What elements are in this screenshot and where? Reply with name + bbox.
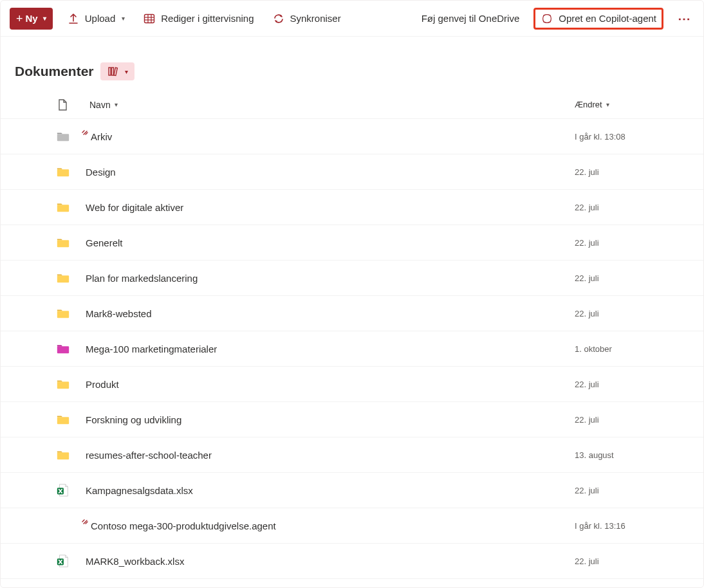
new-indicator-icon	[82, 129, 88, 135]
new-indicator-icon	[82, 518, 88, 524]
list-row[interactable]: resumes-after-school-teacher 13. august	[1, 437, 703, 473]
item-modified: 22. juli	[575, 415, 703, 425]
folder-icon	[56, 448, 70, 462]
list-row[interactable]: Mega-100 marketingmaterialer 1. oktober	[1, 331, 703, 367]
grid-icon	[143, 12, 156, 25]
list-column-headers: Navn ▾ Ændret ▾	[1, 91, 703, 119]
item-modified: 22. juli	[575, 556, 703, 566]
list-row[interactable]: Forskning og udvikling 22. juli	[1, 402, 703, 437]
new-button[interactable]: + Ny ▾	[10, 8, 53, 30]
column-header-modified[interactable]: Ændret ▾	[575, 100, 703, 109]
column-header-name-label: Navn	[89, 100, 111, 110]
list-row[interactable]: Plan for markedslancering 22. juli	[1, 261, 703, 296]
folder-icon	[56, 377, 70, 391]
item-name-link[interactable]: MARK8_workback.xlsx	[86, 556, 184, 567]
plus-icon: +	[16, 13, 23, 24]
add-onedrive-shortcut-button[interactable]: Føj genvej til OneDrive	[418, 9, 524, 28]
column-header-modified-label: Ændret	[575, 100, 602, 109]
list-row[interactable]: Contoso mega-300-produktudgivelse.agent …	[1, 508, 703, 544]
item-modified: 13. august	[575, 450, 703, 460]
chevron-down-icon: ▾	[125, 68, 128, 75]
item-modified: I går kl. 13:16	[575, 521, 703, 531]
excel-file-icon	[56, 554, 70, 568]
item-modified: 22. juli	[575, 273, 703, 283]
item-name-link[interactable]: Produkt	[86, 379, 119, 390]
column-header-type[interactable]	[56, 98, 80, 111]
folder-icon	[56, 306, 70, 320]
sync-icon	[272, 12, 285, 25]
svg-rect-7	[113, 68, 116, 75]
upload-label: Upload	[85, 13, 116, 24]
list-row[interactable]: Arkiv I går kl. 13:08	[1, 119, 703, 154]
folder-icon	[56, 165, 70, 179]
item-name-link[interactable]: Kampagnesalgsdata.xlsx	[86, 485, 193, 496]
sync-label: Synkroniser	[290, 13, 341, 24]
item-name-link[interactable]: Mark8-websted	[86, 308, 152, 319]
folder-icon	[56, 235, 70, 250]
svg-rect-5	[109, 68, 111, 75]
edit-grid-label: Rediger i gittervisning	[161, 13, 254, 24]
item-name-link[interactable]: Generelt	[86, 237, 123, 248]
item-name-link[interactable]: Mega-100 marketingmaterialer	[86, 344, 217, 354]
list-row[interactable]: MARK8_workback.xlsx 22. juli	[1, 544, 703, 579]
folder-icon	[56, 342, 70, 356]
upload-icon	[67, 12, 80, 25]
item-name-link[interactable]: Web for digitale aktiver	[86, 202, 183, 213]
svg-rect-6	[111, 68, 113, 75]
chevron-down-icon: ▾	[115, 101, 118, 108]
svg-rect-0	[145, 14, 154, 23]
create-copilot-agent-label: Opret en Copilot-agent	[559, 13, 656, 24]
list-row[interactable]: Produkt 22. juli	[1, 367, 703, 402]
item-modified: I går kl. 13:08	[575, 132, 703, 142]
item-name-link[interactable]: Contoso mega-300-produktudgivelse.agent	[91, 520, 276, 531]
new-button-label: Ny	[26, 13, 38, 24]
file-icon	[56, 98, 69, 111]
copilot-icon	[541, 12, 553, 25]
item-modified: 22. juli	[575, 486, 703, 495]
edit-grid-button[interactable]: Rediger i gittervisning	[139, 8, 257, 29]
item-modified: 22. juli	[575, 309, 703, 318]
chevron-down-icon: ▾	[43, 15, 46, 22]
folder-icon	[56, 412, 70, 427]
create-copilot-agent-button[interactable]: Opret en Copilot-agent	[533, 8, 663, 30]
add-shortcut-label: Føj genvej til OneDrive	[421, 13, 520, 24]
item-modified: 22. juli	[575, 203, 703, 212]
chevron-down-icon: ▾	[606, 101, 609, 108]
list-row[interactable]: Mark8-websted 22. juli	[1, 296, 703, 331]
more-commands-button[interactable]: ⋯	[674, 8, 694, 29]
column-header-name[interactable]: Navn ▾	[80, 100, 575, 110]
books-icon	[107, 65, 120, 78]
folder-icon	[56, 129, 70, 143]
command-bar: + Ny ▾ Upload ▾ Rediger i gittervisning …	[1, 1, 703, 37]
item-name-link[interactable]: Plan for markedslancering	[86, 273, 198, 284]
item-name-link[interactable]: Design	[86, 167, 116, 178]
folder-icon	[56, 271, 70, 285]
view-selector-chip[interactable]: ▾	[100, 62, 134, 80]
item-modified: 22. juli	[575, 380, 703, 389]
file-list: Arkiv I går kl. 13:08 Design 22. juli We…	[1, 119, 703, 579]
page-header: Dokumenter ▾	[1, 37, 703, 91]
list-row[interactable]: Kampagnesalgsdata.xlsx 22. juli	[1, 473, 703, 508]
ellipsis-icon: ⋯	[678, 12, 690, 26]
chevron-down-icon: ▾	[122, 15, 125, 22]
upload-button[interactable]: Upload ▾	[63, 8, 129, 29]
page-title: Dokumenter	[15, 64, 94, 79]
item-modified: 22. juli	[575, 167, 703, 177]
folder-icon	[56, 200, 70, 214]
item-name-link[interactable]: resumes-after-school-teacher	[86, 450, 212, 461]
item-modified: 22. juli	[575, 238, 703, 248]
list-row[interactable]: Generelt 22. juli	[1, 225, 703, 261]
sync-button[interactable]: Synkroniser	[268, 8, 345, 29]
item-modified: 1. oktober	[575, 344, 703, 354]
list-row[interactable]: Web for digitale aktiver 22. juli	[1, 190, 703, 225]
list-row[interactable]: Design 22. juli	[1, 154, 703, 190]
excel-file-icon	[56, 483, 70, 497]
item-name-link[interactable]: Forskning og udvikling	[86, 414, 181, 425]
item-name-link[interactable]: Arkiv	[91, 131, 112, 142]
copilot-agent-icon	[56, 519, 70, 533]
